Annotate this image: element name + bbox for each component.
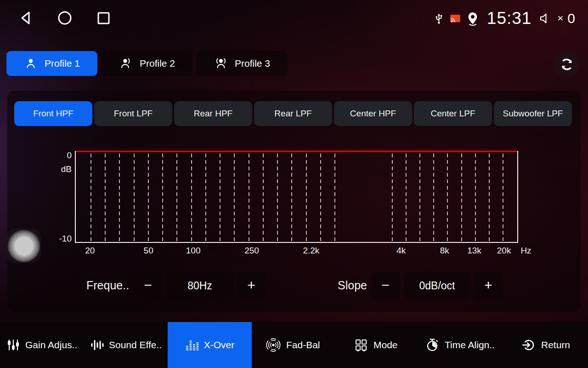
gain-sliders-icon (6, 338, 20, 352)
dashed-gridline (392, 154, 393, 242)
dashed-gridline (205, 154, 206, 242)
dashed-gridline (119, 154, 120, 242)
filter-tab-rear-hpf[interactable]: Rear HPF (174, 101, 252, 126)
clock: 15:31 (487, 9, 532, 28)
profile-3-icon (214, 57, 228, 70)
nav-label: Gain Adjus.. (25, 339, 77, 351)
filter-tab-front-hpf[interactable]: Front HPF (14, 101, 92, 126)
frequency-label: Freque.. (86, 279, 129, 292)
x-axis-ticks: 20501002502.2k4k8k13k20k (75, 246, 518, 258)
nav-label: Mode (373, 339, 398, 351)
nav-label: Return (541, 339, 570, 351)
dashed-gridline (306, 154, 307, 242)
profile-3-label: Profile 3 (235, 58, 270, 69)
location-icon (465, 11, 480, 26)
x-tick-label: 2.2k (303, 246, 319, 256)
back-button[interactable] (17, 8, 36, 28)
volume-multiplier: × (557, 12, 563, 24)
profile-1-label: Profile 1 (45, 58, 80, 69)
fader-balance-icon (266, 337, 281, 353)
dashed-gridline (191, 154, 192, 242)
assist-knob-icon (14, 236, 34, 256)
floating-assist-button[interactable] (6, 229, 41, 263)
dashed-gridline (249, 154, 249, 242)
bottom-nav-bar: Gain Adjus.. Sound Effe.. (0, 322, 588, 368)
x-tick-label: 250 (244, 246, 259, 256)
y-axis-unit: dB (48, 164, 72, 174)
frequency-value: 80Hz (166, 272, 233, 299)
profile-1-tab[interactable]: Profile 1 (6, 51, 97, 76)
x-tick-label: 4k (396, 246, 406, 256)
usb-icon (433, 12, 445, 25)
dashed-gridline (176, 154, 177, 242)
back-icon (17, 8, 36, 28)
home-icon (55, 8, 74, 28)
x-tick-label: 100 (186, 246, 201, 256)
dashed-gridline (148, 154, 149, 242)
nav-item-time-align[interactable]: Time Align.. (425, 322, 495, 368)
filter-tabs: Front HPFFront LPFRear HPFRear LPFCenter… (14, 101, 572, 126)
dashed-gridline (234, 154, 235, 242)
dashed-gridline (320, 154, 321, 242)
dashed-gridline (162, 154, 163, 242)
recents-button[interactable] (94, 8, 113, 28)
mode-grid-icon (354, 338, 368, 352)
slope-minus-button[interactable]: − (371, 272, 400, 299)
x-axis-unit: Hz (516, 246, 536, 256)
nav-label: Time Align.. (445, 339, 495, 351)
filter-tab-rear-lpf[interactable]: Rear LPF (254, 101, 332, 126)
frequency-minus-button[interactable]: − (133, 272, 163, 299)
dashed-gridline (263, 154, 264, 242)
profile-1-icon (24, 57, 38, 70)
filter-tab-center-lpf[interactable]: Center LPF (414, 101, 492, 126)
dashed-gridline (90, 154, 91, 242)
nav-item-x-over[interactable]: X-Over (168, 322, 252, 368)
y-tick-minus10: -10 (48, 234, 72, 244)
profile-2-label: Profile 2 (140, 58, 175, 69)
response-curve (76, 151, 517, 152)
dashed-gridline (220, 154, 220, 242)
profile-2-tab[interactable]: Profile 2 (102, 51, 192, 76)
dashed-gridline (475, 154, 476, 242)
return-arrow-icon (521, 338, 536, 352)
sound-effect-icon (90, 338, 104, 352)
profile-3-tab[interactable]: Profile 3 (197, 51, 288, 76)
nav-item-return[interactable]: Return (521, 322, 570, 368)
dashed-gridline (134, 154, 135, 242)
dashed-gridline (406, 154, 407, 242)
x-tick-label: 20 (85, 246, 95, 256)
dashed-gridline (419, 154, 420, 242)
android-nav-bar (17, 8, 113, 28)
dashed-gridline (461, 154, 462, 242)
filter-tab-subwoofer-lpf[interactable]: Subwoofer LPF (494, 101, 572, 126)
profile-tabs: Profile 1 Profile 2 Profile 3 (6, 51, 288, 76)
x-tick-label: 20k (497, 246, 511, 256)
dashed-gridline (489, 154, 490, 242)
frequency-plus-button[interactable]: + (237, 272, 266, 299)
dashed-gridline (334, 154, 335, 242)
screen: 15:31 × 0 Profile 1 Profile 2 (0, 0, 588, 368)
dashed-gridline (277, 154, 278, 242)
dashed-gridline (433, 154, 434, 242)
slope-label: Slope (338, 279, 367, 292)
dashed-gridline (291, 154, 292, 242)
plot-area (75, 151, 518, 243)
filter-tab-center-hpf[interactable]: Center HPF (334, 101, 412, 126)
y-tick-0: 0 (48, 150, 72, 161)
recents-icon (94, 8, 113, 28)
equalizer-icon (185, 338, 199, 352)
volume-level: 0 (567, 11, 575, 26)
sync-icon (559, 56, 575, 73)
nav-item-sound-effect[interactable]: Sound Effe.. (90, 322, 162, 368)
nav-item-gain-adjust[interactable]: Gain Adjus.. (6, 322, 77, 368)
nav-item-fad-bal[interactable]: Fad-Bal (266, 322, 320, 368)
x-tick-label: 13k (467, 246, 481, 256)
status-tray: 15:31 × 0 (433, 6, 575, 30)
stopwatch-icon (425, 338, 440, 352)
reset-button[interactable] (554, 51, 580, 77)
slope-plus-button[interactable]: + (474, 272, 503, 299)
filter-tab-front-lpf[interactable]: Front LPF (94, 101, 172, 126)
home-button[interactable] (55, 8, 74, 28)
profile-2-icon (119, 57, 133, 70)
nav-item-mode[interactable]: Mode (354, 322, 398, 368)
